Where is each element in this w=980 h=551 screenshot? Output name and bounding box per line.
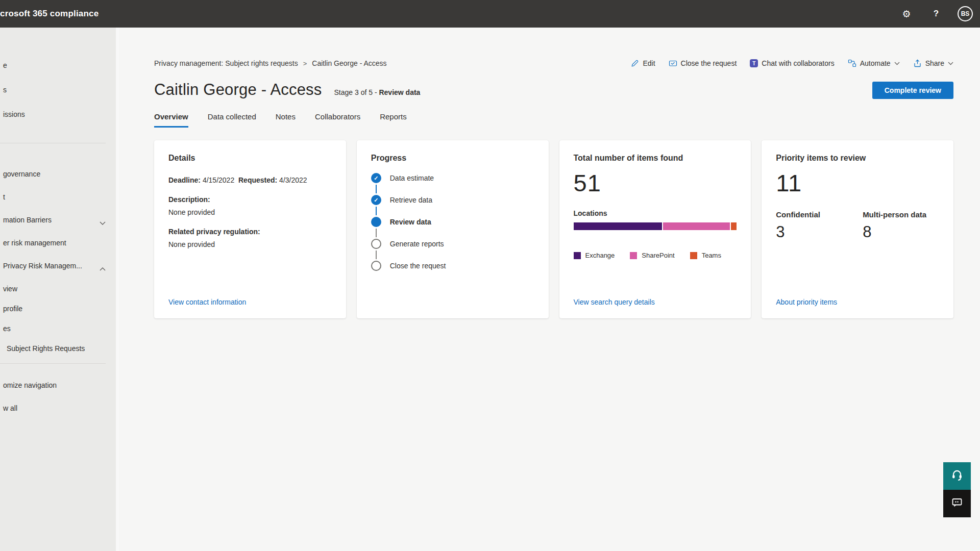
sidebar-item-information-barriers[interactable]: mation Barriers: [0, 215, 119, 225]
help-support-button[interactable]: [943, 462, 971, 490]
sidebar-item-insider-risk-management[interactable]: er risk management: [0, 238, 119, 248]
view-contact-information-link[interactable]: View contact information: [168, 298, 332, 306]
tab-reports[interactable]: Reports: [380, 112, 407, 128]
items-found-total: 51: [574, 169, 737, 197]
locations-stacked-bar: [574, 222, 737, 230]
headset-icon: [950, 468, 964, 484]
sidebar-item-reports[interactable]: s: [0, 85, 119, 95]
multi-person-data-stat: Multi-person data 8: [863, 209, 939, 241]
sidebar-item-policies[interactable]: es: [0, 323, 119, 334]
breadcrumb: Privacy management: Subject rights reque…: [154, 59, 387, 67]
tab-overview[interactable]: Overview: [154, 112, 188, 128]
close-request-button[interactable]: Close the request: [669, 59, 737, 67]
bar-segment-teams: [731, 222, 737, 230]
confidential-stat: Confidential 3: [776, 209, 852, 241]
sidebar-item-permissions[interactable]: issions: [0, 109, 119, 119]
user-avatar[interactable]: BS: [958, 6, 973, 21]
bar-segment-sharepoint: [663, 222, 730, 230]
sidebar-item-audit[interactable]: t: [0, 192, 119, 202]
sidebar-divider: [0, 363, 106, 364]
items-found-title: Total number of items found: [574, 154, 737, 163]
regulation-label: Related privacy regulation:: [168, 228, 332, 236]
share-icon: [913, 59, 922, 67]
details-card: Details Deadline: 4/15/2022 Requested: 4…: [154, 140, 346, 318]
sidebar-item-data-profile[interactable]: profile: [0, 304, 119, 314]
step-connector: [376, 207, 377, 215]
chevron-down-icon: [100, 217, 106, 225]
progress-card-title: Progress: [371, 154, 534, 163]
command-bar: Edit Close the request T Chat with colla…: [631, 59, 953, 67]
about-priority-items-link[interactable]: About priority items: [776, 298, 939, 306]
automate-flow-icon: [848, 59, 856, 67]
sidebar-item-privacy-risk-management[interactable]: Privacy Risk Managem...: [0, 261, 119, 271]
priority-stats: Confidential 3 Multi-person data 8: [776, 209, 939, 241]
complete-review-button[interactable]: Complete review: [872, 82, 953, 99]
progress-steps: ✓ Data estimate ✓ Retrieve data Review d…: [371, 173, 534, 271]
step-current-icon: [371, 217, 381, 227]
main-content: Privacy management: Subject rights reque…: [119, 28, 980, 551]
details-card-title: Details: [168, 154, 332, 163]
breadcrumb-current: Caitlin George - Access: [312, 59, 386, 67]
step-connector: [376, 251, 377, 259]
progress-step-generate-reports: Generate reports: [371, 239, 534, 249]
chevron-up-icon: [100, 263, 106, 271]
locations-label: Locations: [574, 209, 737, 217]
step-pending-icon: [371, 239, 381, 249]
locations-legend: Exchange SharePoint Teams: [574, 252, 737, 259]
sidebar-divider: [0, 143, 106, 143]
stage-indicator: Stage 3 of 5 - Review data: [334, 88, 421, 96]
legend-exchange: Exchange: [574, 252, 615, 259]
exchange-swatch: [574, 252, 581, 259]
deadline-requested-line: Deadline: 4/15/2022 Requested: 4/3/2022: [168, 176, 332, 184]
step-complete-icon: ✓: [371, 195, 381, 205]
automate-button[interactable]: Automate: [848, 59, 900, 67]
chat-collaborators-button[interactable]: T Chat with collaborators: [750, 59, 834, 67]
chevron-down-icon: [894, 62, 900, 65]
breadcrumb-separator: >: [303, 60, 307, 67]
pencil-icon: [631, 59, 639, 67]
share-button[interactable]: Share: [913, 59, 953, 67]
legend-teams: Teams: [690, 252, 721, 259]
step-pending-icon: [371, 261, 381, 271]
close-request-icon: [669, 59, 677, 67]
app-topbar: crosoft 365 compliance ⚙ ? BS: [0, 0, 980, 28]
regulation-value: None provided: [168, 240, 332, 248]
teams-icon: T: [750, 59, 758, 67]
sidebar-item-overview[interactable]: view: [0, 284, 119, 294]
view-search-query-details-link[interactable]: View search query details: [574, 298, 737, 306]
app-title: crosoft 365 compliance: [0, 9, 99, 19]
teams-swatch: [690, 252, 697, 259]
floating-widgets: [943, 462, 971, 517]
sidebar-item-customize-navigation[interactable]: omize navigation: [0, 380, 119, 390]
step-connector: [376, 185, 377, 193]
sidebar-item-home[interactable]: e: [0, 60, 119, 70]
progress-card: Progress ✓ Data estimate ✓ Retrieve data: [357, 140, 549, 318]
tab-bar: Overview Data collected Notes Collaborat…: [154, 112, 953, 128]
sidebar-item-governance[interactable]: governance: [0, 169, 119, 179]
left-navigation: e s issions governance t mation Barriers…: [0, 28, 119, 551]
sidebar-item-subject-rights-requests[interactable]: Subject Rights Requests: [0, 343, 119, 354]
feedback-button[interactable]: [943, 490, 971, 517]
progress-step-close-request: Close the request: [371, 261, 534, 271]
progress-step-retrieve-data: ✓ Retrieve data: [371, 195, 534, 205]
items-found-card: Total number of items found 51 Locations…: [559, 140, 751, 318]
settings-gear-icon[interactable]: ⚙: [898, 6, 915, 22]
tab-notes[interactable]: Notes: [276, 112, 296, 128]
priority-items-total: 11: [776, 169, 939, 197]
description-label: Description:: [168, 195, 332, 204]
feedback-bubble-icon: [951, 496, 963, 511]
priority-items-title: Priority items to review: [776, 154, 939, 163]
step-connector: [376, 229, 377, 237]
tab-collaborators[interactable]: Collaborators: [315, 112, 360, 128]
chevron-down-icon: [948, 62, 953, 65]
edit-button[interactable]: Edit: [631, 59, 655, 67]
progress-step-data-estimate: ✓ Data estimate: [371, 173, 534, 183]
tab-data-collected[interactable]: Data collected: [208, 112, 256, 128]
bar-segment-exchange: [574, 222, 663, 230]
description-value: None provided: [168, 208, 332, 216]
breadcrumb-parent[interactable]: Privacy management: Subject rights reque…: [154, 59, 298, 67]
help-icon[interactable]: ?: [928, 6, 944, 22]
sharepoint-swatch: [630, 252, 637, 259]
sidebar-item-show-all[interactable]: w all: [0, 403, 119, 413]
priority-items-card: Priority items to review 11 Confidential…: [762, 140, 953, 318]
